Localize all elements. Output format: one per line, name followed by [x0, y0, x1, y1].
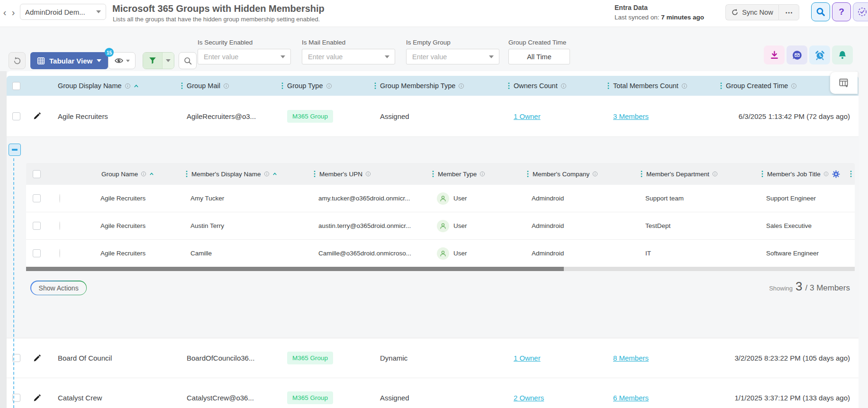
row-checkbox[interactable] [12, 112, 20, 120]
chevron-down-icon [385, 55, 389, 58]
column-header-member-type[interactable]: Member Type [428, 171, 523, 178]
column-header-label: Member's UPN [319, 171, 362, 178]
sort-ascending-icon [272, 172, 277, 176]
member-type-cell: User [453, 222, 467, 229]
column-header-member-company[interactable]: Member's Company [523, 171, 637, 178]
owners-count-link[interactable]: 2 Owners [514, 394, 544, 402]
showing-total: / 3 Members [805, 283, 850, 293]
group-type-badge: M365 Group [287, 110, 333, 123]
members-count-link[interactable]: 8 Members [613, 354, 649, 362]
sync-now-button[interactable]: Sync Now [725, 4, 778, 20]
column-header-owners-count[interactable]: Owners Count [504, 82, 604, 90]
select-all-members-checkbox[interactable] [33, 170, 41, 178]
report-table: Group Display Name Group Mail Group Type [7, 71, 859, 408]
filter-select[interactable] [302, 49, 395, 64]
table-row[interactable]: Board Of Council BoardOfCouncilo36... M3… [7, 338, 859, 378]
member-checkbox[interactable] [33, 249, 41, 257]
column-header-group-type[interactable]: Group Type [278, 82, 371, 90]
created-time-filter-button[interactable]: All Time [508, 49, 570, 64]
member-checkbox[interactable] [33, 194, 41, 202]
chevron-down-icon [166, 59, 171, 62]
tabular-view-button[interactable]: Tabular View [30, 52, 108, 69]
table-row[interactable]: Agile Recruiters AgileRecruiters@o3... M… [7, 96, 859, 137]
filter-button[interactable] [143, 52, 174, 69]
tenant-selector[interactable]: AdminDroid Dem... [20, 4, 106, 20]
table-row[interactable]: Catalyst Crew CatalystCrew@o36... M365 G… [7, 378, 859, 408]
filter-main-part[interactable] [143, 53, 162, 69]
subtable-settings-gear-icon[interactable] [832, 170, 841, 179]
column-header-group-display-name[interactable]: Group Display Name [48, 82, 177, 90]
column-header-member-job-title[interactable]: Member's Job Title [758, 171, 829, 178]
table-search-button[interactable] [179, 52, 197, 69]
member-group-name-cell: Agile Recruiters [92, 222, 182, 229]
tabular-view-label: Tabular View [49, 57, 92, 65]
reset-button[interactable] [9, 52, 26, 69]
column-header-label: Group Membership Type [380, 82, 455, 90]
nav-back-button[interactable]: ‹ [1, 6, 9, 19]
sort-ascending-icon [134, 84, 139, 88]
member-job-title-cell: Software Engineer [758, 250, 829, 257]
column-header-total-members-count[interactable]: Total Members Count [604, 82, 716, 90]
search-icon [183, 56, 192, 65]
edit-row-button[interactable] [26, 393, 48, 403]
member-row[interactable]: Agile Recruiters Amy Tucker amy.tucker@o… [26, 185, 855, 212]
filter-input-security[interactable] [198, 49, 280, 64]
pencil-icon [32, 393, 42, 403]
info-icon [264, 171, 270, 177]
column-header-member-display-name[interactable]: Member's Display Name [182, 171, 310, 178]
filter-select[interactable] [406, 49, 499, 64]
chevron-down-icon [126, 60, 130, 62]
filter-select[interactable] [198, 49, 291, 64]
column-separator-icon [605, 82, 612, 89]
filter-input-mail[interactable] [302, 49, 384, 64]
more-options-button[interactable]: ⋯ [778, 4, 799, 20]
edit-row-button[interactable] [26, 354, 48, 363]
question-mark-icon: ? [839, 7, 844, 17]
collapse-row-button[interactable] [9, 144, 21, 156]
member-type-cell: User [453, 195, 467, 202]
column-header-label: Member's Job Title [767, 171, 821, 178]
members-count-link[interactable]: 3 Members [613, 112, 649, 120]
owners-count-link[interactable]: 1 Owner [514, 112, 541, 120]
filter-input-empty[interactable] [407, 49, 488, 64]
group-created-time-cell: 6/3/2025 1:13:42 PM (72 days ago) [716, 112, 859, 120]
column-visibility-button[interactable]: 15 [108, 52, 136, 69]
column-separator-icon [759, 171, 766, 177]
members-count-link[interactable]: 6 Members [613, 394, 649, 402]
nav-forward-button[interactable]: › [9, 6, 17, 19]
column-header-group-name[interactable]: Group Name [92, 171, 182, 178]
info-icon [326, 83, 332, 89]
filter-dropdown-part[interactable] [162, 53, 174, 69]
help-button[interactable]: ? [832, 2, 851, 21]
global-search-button[interactable] [811, 2, 830, 21]
export-download-button[interactable] [764, 45, 785, 64]
column-chooser-button[interactable] [830, 72, 858, 94]
chevron-down-icon [489, 55, 494, 58]
member-row[interactable]: Agile Recruiters Camille Camille@o365dro… [26, 240, 855, 267]
column-header-group-membership-type[interactable]: Group Membership Type [371, 82, 504, 90]
chevron-down-icon [280, 55, 285, 58]
member-upn-cell: Camille@o365droid.onmicroso... [310, 250, 428, 257]
horizontal-scrollbar-track[interactable] [26, 267, 855, 271]
column-header-member-upn[interactable]: Member's UPN [310, 171, 428, 178]
column-header-member-department[interactable]: Member's Department [637, 171, 758, 178]
show-actions-button[interactable]: Show Actions [30, 281, 87, 295]
horizontal-scrollbar-thumb[interactable] [26, 267, 564, 271]
email-report-button[interactable] [787, 45, 807, 64]
group-mail-cell: AgileRecruiters@o3... [177, 112, 278, 120]
owners-count-link[interactable]: 1 Owner [514, 354, 541, 362]
schedule-alert-button[interactable] [809, 45, 830, 64]
info-icon [823, 171, 829, 177]
column-separator-icon [524, 171, 532, 177]
top-bar: ‹ › AdminDroid Dem... Microsoft 365 Grou… [0, 0, 868, 27]
member-row[interactable]: Agile Recruiters Austin Terry austin.ter… [26, 212, 855, 240]
member-checkbox[interactable] [33, 222, 41, 230]
alarm-clock-icon [814, 50, 825, 61]
column-header-group-mail[interactable]: Group Mail [177, 82, 278, 90]
membership-type-cell: Assigned [371, 394, 504, 402]
notifications-button[interactable] [832, 45, 853, 64]
column-separator-icon [847, 171, 855, 177]
select-all-checkbox[interactable] [12, 82, 20, 90]
scheduled-task-button[interactable] [853, 2, 868, 21]
edit-row-button[interactable] [26, 111, 48, 121]
